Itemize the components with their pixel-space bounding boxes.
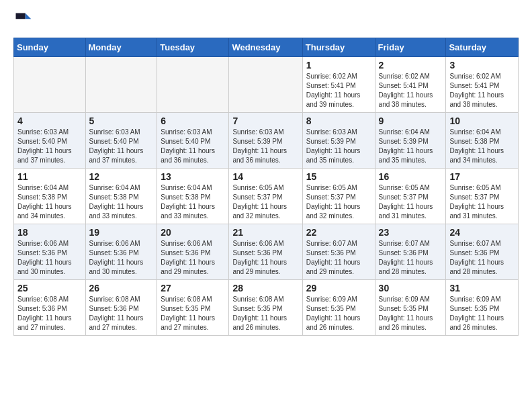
calendar-cell: 17Sunrise: 6:05 AM Sunset: 5:37 PM Dayli… (446, 169, 519, 224)
day-number: 29 (306, 283, 371, 293)
svg-marker-0 (26, 13, 32, 19)
calendar-cell: 21Sunrise: 6:06 AM Sunset: 5:36 PM Dayli… (229, 224, 302, 280)
day-info: Sunrise: 6:03 AM Sunset: 5:40 PM Dayligh… (89, 128, 154, 165)
day-info: Sunrise: 6:04 AM Sunset: 5:38 PM Dayligh… (17, 183, 82, 221)
day-info: Sunrise: 6:09 AM Sunset: 5:35 PM Dayligh… (306, 295, 371, 332)
day-info: Sunrise: 6:04 AM Sunset: 5:38 PM Dayligh… (161, 183, 225, 221)
day-number: 17 (449, 171, 515, 182)
logo-icon (13, 11, 32, 30)
day-info: Sunrise: 6:02 AM Sunset: 5:41 PM Dayligh… (379, 72, 443, 109)
day-info: Sunrise: 6:07 AM Sunset: 5:36 PM Dayligh… (306, 239, 371, 277)
header (13, 11, 519, 30)
calendar-week-row: 1Sunrise: 6:02 AM Sunset: 5:41 PM Daylig… (14, 57, 519, 113)
calendar-cell: 14Sunrise: 6:05 AM Sunset: 5:37 PM Dayli… (229, 169, 302, 224)
day-number: 13 (161, 171, 225, 182)
day-number: 28 (232, 283, 298, 293)
day-number: 4 (17, 116, 82, 126)
day-info: Sunrise: 6:03 AM Sunset: 5:40 PM Dayligh… (17, 128, 82, 165)
day-info: Sunrise: 6:04 AM Sunset: 5:39 PM Dayligh… (379, 128, 443, 165)
calendar-cell: 15Sunrise: 6:05 AM Sunset: 5:37 PM Dayli… (302, 169, 375, 224)
day-info: Sunrise: 6:08 AM Sunset: 5:35 PM Dayligh… (161, 295, 225, 332)
calendar-cell (157, 57, 229, 113)
day-info: Sunrise: 6:04 AM Sunset: 5:38 PM Dayligh… (449, 128, 515, 165)
calendar-cell: 31Sunrise: 6:09 AM Sunset: 5:35 PM Dayli… (446, 280, 519, 336)
day-info: Sunrise: 6:09 AM Sunset: 5:35 PM Dayligh… (379, 295, 443, 332)
day-number: 31 (449, 283, 515, 293)
day-info: Sunrise: 6:03 AM Sunset: 5:40 PM Dayligh… (161, 128, 225, 165)
day-info: Sunrise: 6:05 AM Sunset: 5:37 PM Dayligh… (306, 183, 371, 221)
calendar-cell: 27Sunrise: 6:08 AM Sunset: 5:35 PM Dayli… (157, 280, 229, 336)
day-number: 10 (449, 116, 515, 126)
calendar-cell: 20Sunrise: 6:06 AM Sunset: 5:36 PM Dayli… (157, 224, 229, 280)
calendar-cell: 2Sunrise: 6:02 AM Sunset: 5:41 PM Daylig… (375, 57, 446, 113)
calendar-cell: 10Sunrise: 6:04 AM Sunset: 5:38 PM Dayli… (446, 113, 519, 169)
weekday-header-saturday: Saturday (446, 38, 519, 57)
calendar-cell: 23Sunrise: 6:07 AM Sunset: 5:36 PM Dayli… (375, 224, 446, 280)
weekday-header-thursday: Thursday (302, 38, 375, 57)
day-number: 5 (89, 116, 154, 126)
calendar-cell: 16Sunrise: 6:05 AM Sunset: 5:37 PM Dayli… (375, 169, 446, 224)
weekday-header-row: SundayMondayTuesdayWednesdayThursdayFrid… (14, 38, 519, 57)
calendar-cell: 12Sunrise: 6:04 AM Sunset: 5:38 PM Dayli… (85, 169, 157, 224)
day-info: Sunrise: 6:07 AM Sunset: 5:36 PM Dayligh… (379, 239, 443, 277)
calendar-cell: 7Sunrise: 6:03 AM Sunset: 5:39 PM Daylig… (229, 113, 302, 169)
day-info: Sunrise: 6:06 AM Sunset: 5:36 PM Dayligh… (161, 239, 225, 277)
calendar-cell (229, 57, 302, 113)
weekday-header-monday: Monday (85, 38, 157, 57)
day-info: Sunrise: 6:05 AM Sunset: 5:37 PM Dayligh… (379, 183, 443, 221)
weekday-header-friday: Friday (375, 38, 446, 57)
calendar-week-row: 25Sunrise: 6:08 AM Sunset: 5:36 PM Dayli… (14, 280, 519, 336)
day-number: 19 (89, 227, 154, 238)
day-number: 23 (379, 227, 443, 238)
day-number: 8 (306, 116, 371, 126)
calendar: SundayMondayTuesdayWednesdayThursdayFrid… (13, 38, 519, 336)
calendar-cell: 28Sunrise: 6:08 AM Sunset: 5:35 PM Dayli… (229, 280, 302, 336)
calendar-cell: 25Sunrise: 6:08 AM Sunset: 5:36 PM Dayli… (14, 280, 86, 336)
day-number: 6 (161, 116, 225, 126)
day-number: 18 (17, 227, 82, 238)
calendar-week-row: 11Sunrise: 6:04 AM Sunset: 5:38 PM Dayli… (14, 169, 519, 224)
calendar-cell: 13Sunrise: 6:04 AM Sunset: 5:38 PM Dayli… (157, 169, 229, 224)
day-number: 21 (232, 227, 298, 238)
page: SundayMondayTuesdayWednesdayThursdayFrid… (0, 0, 532, 347)
weekday-header-tuesday: Tuesday (157, 38, 229, 57)
day-number: 24 (449, 227, 515, 238)
day-number: 11 (17, 171, 82, 182)
day-info: Sunrise: 6:02 AM Sunset: 5:41 PM Dayligh… (449, 72, 515, 109)
day-info: Sunrise: 6:03 AM Sunset: 5:39 PM Dayligh… (232, 128, 298, 165)
day-info: Sunrise: 6:05 AM Sunset: 5:37 PM Dayligh… (449, 183, 515, 221)
day-number: 9 (379, 116, 443, 126)
calendar-cell: 11Sunrise: 6:04 AM Sunset: 5:38 PM Dayli… (14, 169, 86, 224)
calendar-week-row: 18Sunrise: 6:06 AM Sunset: 5:36 PM Dayli… (14, 224, 519, 280)
day-number: 26 (89, 283, 154, 293)
calendar-cell: 29Sunrise: 6:09 AM Sunset: 5:35 PM Dayli… (302, 280, 375, 336)
calendar-cell: 8Sunrise: 6:03 AM Sunset: 5:39 PM Daylig… (302, 113, 375, 169)
logo (13, 11, 35, 30)
day-info: Sunrise: 6:09 AM Sunset: 5:35 PM Dayligh… (449, 295, 515, 332)
day-number: 16 (379, 171, 443, 182)
day-number: 7 (232, 116, 298, 126)
calendar-cell (14, 57, 86, 113)
calendar-cell: 22Sunrise: 6:07 AM Sunset: 5:36 PM Dayli… (302, 224, 375, 280)
calendar-cell: 19Sunrise: 6:06 AM Sunset: 5:36 PM Dayli… (85, 224, 157, 280)
calendar-cell: 18Sunrise: 6:06 AM Sunset: 5:36 PM Dayli… (14, 224, 86, 280)
day-number: 3 (449, 60, 515, 71)
calendar-cell: 26Sunrise: 6:08 AM Sunset: 5:36 PM Dayli… (85, 280, 157, 336)
weekday-header-sunday: Sunday (14, 38, 86, 57)
day-info: Sunrise: 6:04 AM Sunset: 5:38 PM Dayligh… (89, 183, 154, 221)
calendar-cell (85, 57, 157, 113)
calendar-week-row: 4Sunrise: 6:03 AM Sunset: 5:40 PM Daylig… (14, 113, 519, 169)
day-info: Sunrise: 6:06 AM Sunset: 5:36 PM Dayligh… (89, 239, 154, 277)
day-info: Sunrise: 6:08 AM Sunset: 5:36 PM Dayligh… (17, 295, 82, 332)
day-number: 1 (306, 60, 371, 71)
day-number: 25 (17, 283, 82, 293)
day-info: Sunrise: 6:03 AM Sunset: 5:39 PM Dayligh… (306, 128, 371, 165)
day-number: 30 (379, 283, 443, 293)
day-number: 20 (161, 227, 225, 238)
day-number: 15 (306, 171, 371, 182)
day-number: 14 (232, 171, 298, 182)
day-number: 22 (306, 227, 371, 238)
day-info: Sunrise: 6:08 AM Sunset: 5:36 PM Dayligh… (89, 295, 154, 332)
calendar-cell: 5Sunrise: 6:03 AM Sunset: 5:40 PM Daylig… (85, 113, 157, 169)
calendar-cell: 1Sunrise: 6:02 AM Sunset: 5:41 PM Daylig… (302, 57, 375, 113)
